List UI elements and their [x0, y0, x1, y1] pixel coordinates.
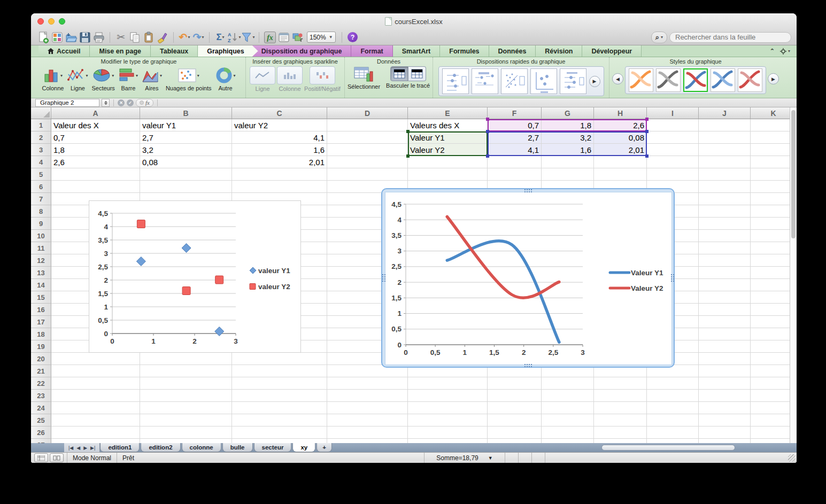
cell-A20[interactable]	[51, 353, 140, 365]
cell-I4[interactable]	[647, 156, 699, 168]
cell-F22[interactable]	[488, 377, 542, 390]
enter-button[interactable]: ✓	[127, 99, 134, 106]
plot-by-columns-toggle[interactable]	[408, 66, 426, 81]
plot-by-rows-toggle[interactable]	[390, 66, 408, 81]
chart-style-thumb-1[interactable]	[629, 68, 653, 92]
cell-J14[interactable]	[699, 279, 751, 291]
cell-B21[interactable]	[140, 365, 232, 377]
select-all-corner[interactable]	[31, 107, 51, 119]
ribbon-tab-graphiques[interactable]: Graphiques	[198, 45, 258, 57]
x-values-selection-handle[interactable]	[645, 118, 649, 121]
cell-J12[interactable]	[699, 254, 751, 267]
row-header-18[interactable]: 18	[31, 328, 51, 340]
series-names-selection-handle[interactable]	[406, 154, 410, 158]
cell-C26[interactable]	[232, 427, 327, 439]
cell-A2[interactable]: 0,7	[51, 131, 140, 144]
cell-J5[interactable]	[699, 168, 751, 181]
row-header-17[interactable]: 17	[31, 316, 51, 328]
cell-F27[interactable]	[488, 439, 542, 443]
cell-F4[interactable]	[488, 156, 542, 168]
layouts-next-button[interactable]: ▶	[589, 76, 600, 87]
cell-J7[interactable]	[699, 193, 751, 205]
cell-J20[interactable]	[699, 353, 751, 365]
cell-H26[interactable]	[594, 427, 647, 439]
undo-icon[interactable]: ↶▾	[177, 31, 191, 44]
sheet-tab-colonne[interactable]: colonne	[182, 443, 221, 452]
row-header-16[interactable]: 16	[31, 304, 51, 316]
cell-J15[interactable]	[699, 291, 751, 304]
cell-G23[interactable]	[542, 390, 594, 402]
cell-D25[interactable]	[327, 414, 408, 427]
last-sheet-button[interactable]: ▶|	[90, 445, 95, 451]
cell-J26[interactable]	[699, 427, 751, 439]
cell-A5[interactable]	[51, 168, 140, 181]
row-header-20[interactable]: 20	[31, 353, 51, 365]
dropdown-caret-icon[interactable]: ▾	[222, 35, 225, 40]
cell-G25[interactable]	[542, 414, 594, 427]
name-box-stepper[interactable]	[102, 99, 110, 107]
page-layout-view-button[interactable]	[50, 453, 64, 462]
chart-layout-thumb-5[interactable]	[560, 68, 586, 94]
cell-I2[interactable]	[647, 131, 699, 144]
cell-E4[interactable]	[408, 156, 488, 168]
chart-style-thumb-2[interactable]	[656, 68, 681, 92]
cell-D3[interactable]	[327, 144, 408, 156]
ribbon-tab-disposition-du-graphique[interactable]: Disposition du graphique	[252, 45, 352, 57]
ribbon-tab-développeur[interactable]: Développeur	[582, 45, 642, 57]
cell-A3[interactable]: 1,8	[51, 144, 140, 156]
row-header-10[interactable]: 10	[31, 230, 51, 242]
cell-G1[interactable]: 1,8	[542, 119, 594, 131]
column-header-F[interactable]: F	[488, 107, 542, 119]
row-header-2[interactable]: 2	[31, 131, 51, 144]
cell-C5[interactable]	[232, 168, 327, 181]
chart-type-pie-chart[interactable]: ▾Secteurs	[90, 66, 115, 91]
ribbon-tab-format[interactable]: Format	[351, 45, 392, 57]
switch-plot-button[interactable]: Basculer le tracé	[386, 66, 430, 89]
sheet-tab-xy[interactable]: xy	[292, 443, 315, 452]
series-values-selection-handle[interactable]	[486, 154, 489, 158]
cell-J22[interactable]	[699, 377, 751, 390]
ribbon-tab-tableaux[interactable]: Tableaux	[151, 45, 198, 57]
cell-D5[interactable]	[327, 168, 408, 181]
ribbon-tab-formules[interactable]: Formules	[440, 45, 489, 57]
row-header-24[interactable]: 24	[31, 402, 51, 414]
collapse-ribbon-button[interactable]: ⌃	[770, 48, 775, 55]
cell-E25[interactable]	[408, 414, 488, 427]
cell-G22[interactable]	[542, 377, 594, 390]
row-header-3[interactable]: 3	[31, 144, 51, 156]
cell-H22[interactable]	[594, 377, 647, 390]
normal-view-button[interactable]	[34, 453, 48, 462]
cell-B26[interactable]	[140, 427, 232, 439]
chart-type-line-chart[interactable]: ▾Ligne	[66, 66, 89, 91]
cell-H4[interactable]	[594, 156, 647, 168]
autosum-icon[interactable]: Σ▾	[213, 31, 227, 44]
save-icon[interactable]	[78, 31, 92, 44]
cell-E27[interactable]	[408, 439, 488, 443]
cell-F23[interactable]	[488, 390, 542, 402]
cell-C2[interactable]: 4,1	[232, 131, 327, 144]
selection-handle-top[interactable]	[524, 189, 532, 192]
row-header-26[interactable]: 26	[31, 427, 51, 439]
row-header-22[interactable]: 22	[31, 377, 51, 390]
cell-D23[interactable]	[327, 390, 408, 402]
row-header-14[interactable]: 14	[31, 279, 51, 291]
row-header-12[interactable]: 12	[31, 254, 51, 267]
row-header-23[interactable]: 23	[31, 390, 51, 402]
scatter-chart-object[interactable]: 00,511,522,533,544,50123valeur Y1valeur …	[89, 200, 301, 353]
filter-icon[interactable]: ▾	[241, 31, 255, 44]
cell-J17[interactable]	[699, 316, 751, 328]
cell-B6[interactable]	[140, 181, 232, 193]
cell-D26[interactable]	[327, 427, 408, 439]
cell-H24[interactable]	[594, 402, 647, 414]
toolbox-icon[interactable]	[277, 31, 291, 44]
sort-icon[interactable]: AZ▾	[227, 31, 241, 44]
cell-C23[interactable]	[232, 390, 327, 402]
cell-E3[interactable]: Valeur Y2	[408, 144, 488, 156]
cell-J1[interactable]	[699, 119, 751, 131]
title-bar[interactable]: coursExcel.xlsx	[31, 13, 797, 29]
cell-I23[interactable]	[647, 390, 699, 402]
ribbon-tab-données[interactable]: Données	[489, 45, 536, 57]
column-header-H[interactable]: H	[594, 107, 647, 119]
column-header-E[interactable]: E	[408, 107, 488, 119]
cell-H3[interactable]: 2,01	[594, 144, 647, 156]
